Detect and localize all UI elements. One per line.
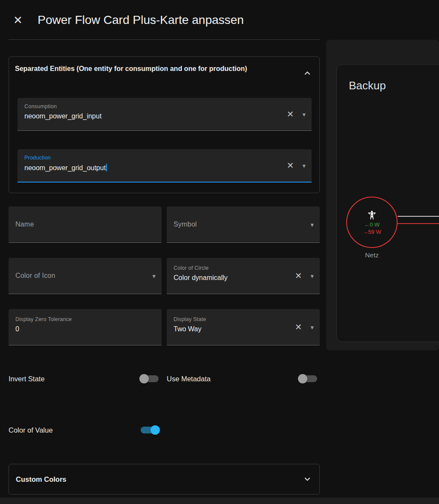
transmission-tower-icon — [366, 209, 377, 221]
field-value: neoom_power_grid_output — [24, 164, 305, 172]
field-value: Color dynamically — [174, 274, 313, 282]
toggle-knob — [139, 374, 149, 383]
custom-colors-section[interactable]: Custom Colors — [9, 464, 320, 495]
field-label: Symbol — [174, 221, 197, 228]
use-metadata-toggle[interactable] — [298, 374, 318, 383]
preview-panel: Backup ←0 W →59 W Netz — [326, 40, 439, 351]
dropdown-caret-icon[interactable]: ▾ — [310, 273, 314, 279]
grid-import-row: ←0 W — [364, 221, 380, 228]
dropdown-caret-icon[interactable]: ▾ — [302, 162, 306, 169]
production-field[interactable]: Production neoom_power_grid_output ✕ ▾ — [18, 149, 312, 183]
dropdown-caret-icon[interactable]: ▾ — [310, 221, 314, 228]
text-cursor — [106, 164, 107, 171]
flow-line-red — [398, 223, 439, 224]
field-label: Name — [15, 221, 34, 228]
field-label: Production — [24, 155, 305, 161]
clear-icon[interactable]: ✕ — [295, 323, 302, 331]
scrolled-field-edge — [9, 39, 320, 40]
arrow-right-icon: → — [362, 229, 368, 235]
edit-card-dialog: ✕ Power Flow Card Plus-Karte anpassen Se… — [0, 0, 439, 504]
display-zero-tolerance-field[interactable]: Display Zero Tolerance 0 — [9, 309, 162, 345]
clear-icon[interactable]: ✕ — [287, 161, 294, 170]
grid-label: Netz — [346, 251, 398, 259]
invert-state-toggle[interactable] — [139, 374, 160, 383]
toggle-knob — [150, 425, 160, 435]
separated-entities-section: Separated Entities (One entity for consu… — [9, 56, 320, 193]
preview-card: Backup ←0 W →59 W Netz — [336, 64, 439, 342]
field-label: Color of Circle — [174, 265, 313, 271]
flow-line-white — [398, 216, 439, 217]
dropdown-caret-icon[interactable]: ▾ — [152, 273, 156, 279]
chevron-down-icon[interactable] — [302, 474, 312, 484]
section-title: Custom Colors — [16, 475, 302, 483]
field-value: neoom_power_grid_input — [24, 112, 305, 120]
field-label: Consumption — [24, 103, 305, 109]
section-title: Separated Entities (One entity for consu… — [15, 63, 271, 74]
next-section-edge — [0, 498, 439, 504]
arrow-left-icon: ← — [364, 221, 370, 228]
close-icon: ✕ — [13, 14, 23, 27]
field-label: Color of Icon — [15, 272, 55, 280]
grid-export-row: →59 W — [362, 229, 381, 235]
dialog-title: Power Flow Card Plus-Karte anpassen — [38, 13, 244, 27]
dialog-header: ✕ Power Flow Card Plus-Karte anpassen — [0, 0, 439, 40]
color-of-circle-field[interactable]: Color of Circle Color dynamically ✕ ▾ — [167, 258, 320, 294]
field-value: 0 — [15, 325, 155, 333]
use-metadata-label: Use Metadata — [167, 374, 211, 383]
display-state-field[interactable]: Display State Two Way ✕ ▾ — [167, 309, 320, 345]
dropdown-caret-icon[interactable]: ▾ — [302, 111, 306, 118]
preview-card-title: Backup — [349, 79, 386, 92]
toggle-knob — [298, 374, 307, 383]
color-of-icon-field[interactable]: Color of Icon ▾ — [9, 258, 162, 294]
separated-entities-header[interactable]: Separated Entities (One entity for consu… — [9, 57, 319, 74]
field-label: Display Zero Tolerance — [15, 316, 155, 322]
symbol-field[interactable]: Symbol ▾ — [167, 206, 320, 243]
close-button[interactable]: ✕ — [11, 13, 25, 27]
consumption-field[interactable]: Consumption neoom_power_grid_input ✕ ▾ — [18, 98, 312, 131]
grid-import-value: 0 W — [370, 221, 380, 228]
field-value: Two Way — [174, 325, 313, 333]
invert-state-label: Invert State — [9, 374, 44, 383]
name-field[interactable]: Name — [9, 206, 162, 243]
chevron-up-icon[interactable] — [302, 68, 312, 78]
clear-icon[interactable]: ✕ — [287, 110, 294, 118]
color-of-value-toggle[interactable] — [139, 425, 160, 435]
dropdown-caret-icon[interactable]: ▾ — [310, 324, 314, 330]
field-label: Display State — [174, 316, 313, 322]
grid-circle: ←0 W →59 W — [346, 197, 398, 248]
clear-icon[interactable]: ✕ — [295, 271, 302, 280]
grid-export-value: 59 W — [368, 229, 381, 235]
color-of-value-label: Color of Value — [9, 425, 53, 435]
